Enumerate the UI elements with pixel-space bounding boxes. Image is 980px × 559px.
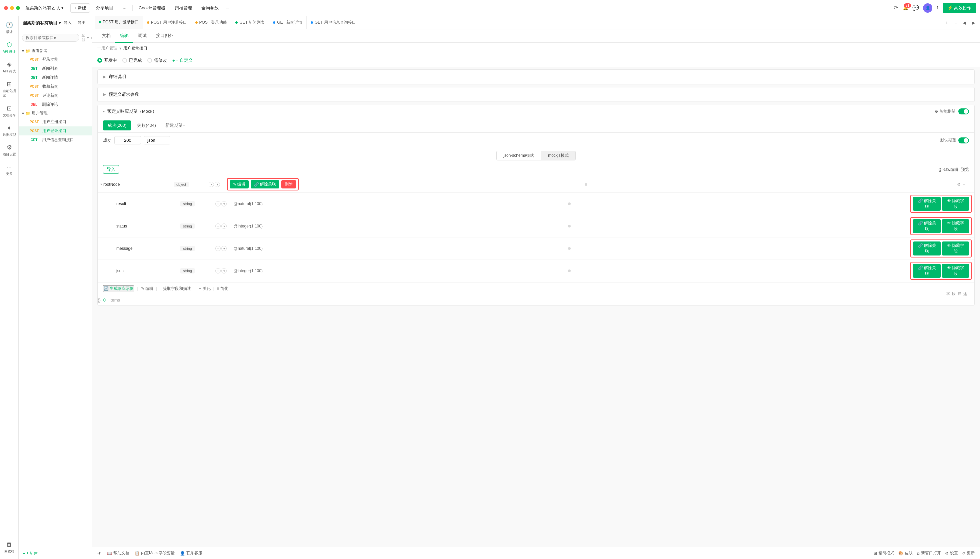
support-button[interactable]: 👤 联系客服 xyxy=(180,550,202,556)
raw-edit-button[interactable]: {} Raw编辑 xyxy=(939,167,959,172)
message-unlink-button[interactable]: 🔗 解除关联 xyxy=(913,241,940,255)
collapse-left-button[interactable]: ≪ xyxy=(97,551,102,556)
global-params-button[interactable]: 全局参数 xyxy=(198,4,222,12)
result-req-dot[interactable] xyxy=(568,202,571,205)
skin-button[interactable]: 🎨 皮肤 xyxy=(898,550,913,556)
root-unlink-button[interactable]: 🔗 解除关联 xyxy=(251,180,279,189)
message-icon[interactable]: 💬 xyxy=(912,5,919,12)
tree-item-get-user-info[interactable]: GET 用户信息查询接口 xyxy=(19,136,92,144)
sync-icon[interactable]: ⟳ xyxy=(893,5,899,12)
tab-user-info[interactable]: GET 用户信息查询接口 xyxy=(307,16,360,29)
section-request-params-header[interactable]: ▶ 预定义请求参数 xyxy=(98,88,974,102)
ctrl-dot-2[interactable]: ▾ xyxy=(214,182,220,187)
close-button[interactable] xyxy=(4,6,8,10)
sidebar-item-recent[interactable]: 🕐 最近 xyxy=(1,19,17,37)
help-doc-button[interactable]: 📖 帮助文档 xyxy=(107,550,129,556)
tree-item-post-user-login[interactable]: POST 用户登录接口 xyxy=(19,126,92,136)
more-icon[interactable]: ≡ xyxy=(225,5,230,11)
search-input[interactable] xyxy=(22,34,79,42)
root-edit-button[interactable]: ✎ 编辑 xyxy=(230,180,249,189)
preview-button[interactable]: 预览 xyxy=(961,167,969,172)
mock-type-select[interactable]: json xml text xyxy=(144,136,170,144)
status-hide-button[interactable]: 👁 隐藏字段 xyxy=(942,219,969,233)
result-ctrl-1[interactable]: • xyxy=(215,201,221,207)
new-button[interactable]: + 新建 xyxy=(70,3,90,13)
maximize-button[interactable] xyxy=(16,6,20,10)
tree-item-get-news-detail[interactable]: GET 新闻详情 xyxy=(19,73,92,82)
result-hide-button[interactable]: 👁 隐藏字段 xyxy=(942,197,969,211)
sub-tab-examples[interactable]: 接口例外 xyxy=(151,29,178,43)
mock-tab-add[interactable]: 新建期望+ xyxy=(162,121,189,131)
mock-vars-button[interactable]: 📋 内置Mock字段变量 xyxy=(135,550,175,556)
json-req-dot[interactable] xyxy=(568,270,571,272)
import-schema-button[interactable]: 导入 xyxy=(103,165,119,174)
mock-tab-fail[interactable]: 失败(404) xyxy=(132,121,160,131)
side-collapse-button[interactable]: 字 段 描 述 xyxy=(944,288,969,290)
project-title-chevron[interactable]: ▾ xyxy=(59,20,61,25)
extract-fields-button[interactable]: ↑ 提取字段和描述 xyxy=(160,286,191,291)
message-ctrl-1[interactable]: • xyxy=(215,246,221,251)
tree-group-news-header[interactable]: ▾ 📁 查看新闻 xyxy=(19,47,92,55)
json-ctrl-1[interactable]: • xyxy=(215,268,221,273)
settings-small-icon[interactable]: ⚙ xyxy=(957,182,961,187)
more-button[interactable]: ··· xyxy=(119,4,130,12)
mock-code-input[interactable] xyxy=(114,136,141,144)
sub-tab-doc[interactable]: 文档 xyxy=(97,29,115,43)
add-new-button[interactable]: + + 新建 xyxy=(19,547,92,559)
sidebar-item-data-model[interactable]: ♦ 数据模型 xyxy=(1,122,17,140)
tab-news-detail[interactable]: GET 新闻详情 xyxy=(269,16,307,29)
default-toggle-switch[interactable] xyxy=(959,137,969,144)
tab-prev-button[interactable]: ◀ xyxy=(961,19,968,26)
json-unlink-button[interactable]: 🔗 解除关联 xyxy=(913,264,940,278)
sidebar-item-more[interactable]: ··· 更多 xyxy=(1,161,17,179)
generate-response-button[interactable]: 🔄 生成响应示例 xyxy=(103,285,134,292)
sidebar-item-auto-test[interactable]: ⊞ 自动化测试 xyxy=(1,78,17,101)
beautify-button[interactable]: ⋯ 美化 xyxy=(197,286,210,291)
tree-item-post-login[interactable]: POST 登录功能 xyxy=(19,55,92,64)
tree-item-get-news-list[interactable]: GET 新闻列表 xyxy=(19,64,92,73)
minimize-button[interactable] xyxy=(10,6,14,10)
tab-user-login[interactable]: POST 用户登录接口 xyxy=(95,16,143,29)
tree-group-user-header[interactable]: ▾ 📁 用户管理 xyxy=(19,109,92,117)
update-button[interactable]: ↻ 更新 xyxy=(962,550,975,556)
status-completed[interactable]: 已完成 xyxy=(122,57,142,63)
tree-item-post-collect[interactable]: POST 收藏新闻 xyxy=(19,82,92,91)
sidebar-item-api-design[interactable]: ⬡ API 设计 xyxy=(1,38,17,57)
section-description-header[interactable]: ▶ 详细说明 xyxy=(98,70,974,84)
json-schema-mode-button[interactable]: json-schema模式 xyxy=(497,151,541,160)
required-dot[interactable] xyxy=(585,183,587,186)
status-needs-fix[interactable]: 需修改 xyxy=(147,57,167,63)
root-delete-button[interactable]: 删除 xyxy=(281,180,296,189)
new-window-button[interactable]: ⧉ 新窗口打开 xyxy=(917,550,941,556)
status-ctrl-2[interactable]: ▾ xyxy=(221,223,227,229)
edit-action-button[interactable]: ✎ 编辑 xyxy=(141,286,153,291)
sub-tab-test[interactable]: 调试 xyxy=(133,29,151,43)
settings-button[interactable]: ⚙ 设置 xyxy=(945,550,958,556)
export-button[interactable]: 导出 xyxy=(76,19,87,26)
avatar[interactable]: 👤 xyxy=(923,3,932,13)
json-hide-button[interactable]: 👁 隐藏字段 xyxy=(942,264,969,278)
status-unlink-button[interactable]: 🔗 解除关联 xyxy=(913,219,940,233)
simplify-button[interactable]: ≡ 简化 xyxy=(217,286,228,291)
sub-tab-edit[interactable]: 编辑 xyxy=(115,29,133,43)
status-req-dot[interactable] xyxy=(568,225,571,227)
json-ctrl-2[interactable]: ▾ xyxy=(221,268,227,273)
custom-add-button[interactable]: + + 自定义 xyxy=(172,57,193,63)
tree-item-post-register[interactable]: POST 用户注册接口 xyxy=(19,117,92,126)
team-name[interactable]: 涅柔斯的私有团队 ▾ xyxy=(25,5,64,11)
import-button[interactable]: 导入 xyxy=(62,19,74,26)
message-req-dot[interactable] xyxy=(568,247,571,250)
simple-mode-button[interactable]: ⊞ 精简模式 xyxy=(874,550,894,556)
message-hide-button[interactable]: 👁 隐藏字段 xyxy=(942,241,969,255)
sidebar-item-project-settings[interactable]: ⚙ 项目设置 xyxy=(1,141,17,159)
result-ctrl-2[interactable]: ▾ xyxy=(221,201,227,207)
status-in-progress[interactable]: 开发中 xyxy=(97,57,117,63)
mockjs-mode-button[interactable]: mockjs模式 xyxy=(541,151,575,160)
sidebar-item-doc-share[interactable]: ⊡ 文档分享 xyxy=(1,102,17,121)
sidebar-item-trash[interactable]: 🗑 回收站 xyxy=(1,538,17,556)
notification-icon[interactable]: 🔔 21 xyxy=(903,5,908,10)
mock-tab-success[interactable]: 成功(200) xyxy=(103,121,131,131)
mock-fold-icon[interactable]: ▾ xyxy=(103,110,105,113)
tree-item-del-comment[interactable]: DEL 删除评论 xyxy=(19,100,92,109)
message-ctrl-2[interactable]: ▾ xyxy=(221,246,227,251)
